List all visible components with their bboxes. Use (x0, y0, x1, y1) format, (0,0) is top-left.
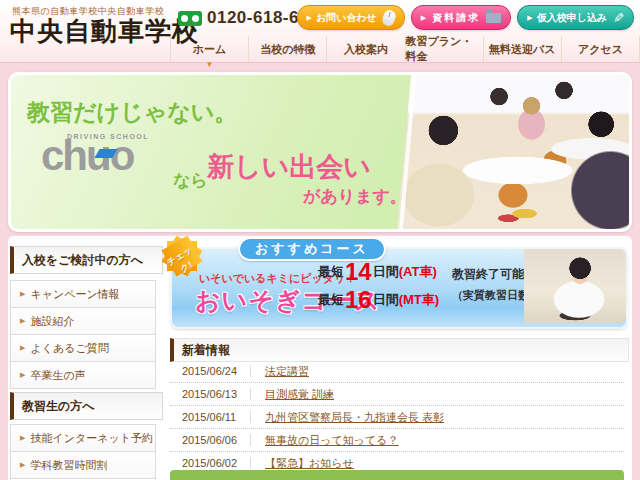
header-cta-row: ▶ お問い合わせ ▶ 資料請求 ▶ 仮入校申し込み ✎ (297, 5, 634, 30)
site-header: 熊本県の自動車学校中央自動車学校 中央自動車学校 0120-618-625 ▶ … (0, 0, 640, 63)
news-divider (250, 411, 251, 423)
news-divider (250, 434, 251, 446)
news-divider (250, 457, 251, 469)
course-student-photo (524, 249, 626, 323)
sidebar-item-faq[interactable]: ▶ よくあるご質問 (11, 335, 155, 362)
next-banner-top-edge (170, 470, 624, 480)
freedial-phone-icon (178, 11, 202, 26)
news-link[interactable]: 法定講習 (265, 364, 309, 379)
arrow-right-icon: ▶ (20, 308, 25, 334)
arrow-right-icon: ▶ (421, 14, 428, 22)
hero-catchcopy-top: 教習だけじゃない。 (27, 97, 237, 128)
arrow-right-icon: ▶ (20, 425, 25, 451)
nav-item-admission[interactable]: 入校案内 (326, 36, 404, 62)
content-panel: 入校をご検討中の方へ ▶ キャンペーン情報 ▶ 施設紹介 ▶ よくあるご質問 ▶… (8, 236, 632, 480)
recommended-course-banner[interactable]: おすすめコース チェック! いそいでいるキミにピッタリ！ おいそぎコース 最短 … (170, 247, 628, 329)
news-date: 2015/06/13 (170, 388, 236, 400)
hero-connector-text: なら (173, 169, 208, 192)
news-row: 2015/06/13 目測感覚 訓練 (170, 383, 624, 406)
sidebar-item-campaign[interactable]: ▶ キャンペーン情報 (11, 281, 155, 308)
news-link[interactable]: 無事故の日って知ってる？ (265, 433, 399, 448)
provisional-enrollment-button[interactable]: ▶ 仮入校申し込み ✎ (517, 5, 634, 30)
news-row: 2015/06/06 無事故の日って知ってる？ (170, 429, 624, 452)
check-badge-label: チェック! (160, 241, 206, 283)
check-badge: チェック! (160, 234, 204, 278)
news-date: 2015/06/11 (170, 411, 236, 423)
mouse-icon (381, 8, 397, 27)
contact-button[interactable]: ▶ お問い合わせ (297, 5, 405, 30)
sidebar-item-graduate-voices[interactable]: ▶ 卒業生の声 (11, 362, 155, 389)
brochure-request-button[interactable]: ▶ 資料請求 (411, 5, 511, 30)
brochure-button-label: 資料請求 (432, 11, 480, 25)
hero-classroom-photo (397, 75, 629, 229)
classroom-scene-image (397, 75, 629, 229)
recommended-course-ribbon: おすすめコース (238, 237, 386, 261)
arrow-right-icon: ▶ (527, 14, 532, 22)
sidebar-item-facilities[interactable]: ▶ 施設紹介 (11, 308, 155, 335)
sidebar: 入校をご検討中の方へ ▶ キャンペーン情報 ▶ 施設紹介 ▶ よくあるご質問 ▶… (10, 236, 156, 480)
duration-line-mt: 最短 16 日間 (MT車) (318, 286, 439, 314)
sidebar-item-internet-reservation[interactable]: ▶ 技能インターネット予約 (11, 425, 155, 452)
main-navigation: ホーム ▼ 当校の特徴 入校案内 教習プラン・料金 無料送迎バス アクセス (170, 36, 640, 62)
enrollment-button-label: 仮入校申し込み (537, 11, 607, 25)
sidebar-section-prospective-title: 入校をご検討中の方へ (10, 246, 163, 274)
sidebar-item-lecture-timetable[interactable]: ▶ 学科教習時間割 (11, 452, 155, 479)
course-duration-block: 最短 14 日間 (AT車) 最短 16 日間 (MT車) (318, 258, 439, 314)
nav-item-plans-fees[interactable]: 教習プラン・料金 (405, 36, 483, 62)
news-link[interactable]: 目測感覚 訓練 (265, 387, 334, 402)
news-date: 2015/06/06 (170, 434, 236, 446)
nav-item-features[interactable]: 当校の特徴 (248, 36, 326, 62)
sidebar-section-students-title: 教習生の方へ (10, 392, 163, 420)
nav-item-home[interactable]: ホーム ▼ (170, 36, 248, 62)
contact-button-label: お問い合わせ (316, 11, 377, 25)
sidebar-students-list: ▶ 技能インターネット予約 ▶ 学科教習時間割 ▶ 学科問題集 (10, 424, 156, 480)
chuo-logo: DRIVING SCHOOL chuo (41, 133, 171, 185)
sidebar-prospective-list: ▶ キャンペーン情報 ▶ 施設紹介 ▶ よくあるご質問 ▶ 卒業生の声 (10, 280, 156, 389)
news-row: 2015/06/24 法定講習 (170, 360, 624, 383)
arrow-right-icon: ▶ (20, 452, 25, 478)
arrow-right-icon: ▶ (20, 281, 25, 307)
news-link[interactable]: 【緊急】お知らせ (265, 456, 354, 471)
arrow-right-icon: ▶ (20, 362, 25, 388)
nav-item-access[interactable]: アクセス (561, 36, 640, 62)
current-page-caret-icon: ▼ (206, 60, 214, 69)
news-divider (250, 365, 251, 377)
hero-banner: 教習だけじゃない。 DRIVING SCHOOL chuo なら 新しい出会い … (8, 72, 632, 232)
news-row: 2015/06/11 九州管区警察局長・九指連会長 表彰 (170, 406, 624, 429)
arrow-right-icon: ▶ (20, 335, 25, 361)
news-date: 2015/06/02 (170, 457, 236, 469)
news-link[interactable]: 九州管区警察局長・九指連会長 表彰 (265, 410, 444, 425)
news-divider (250, 388, 251, 400)
folder-icon (486, 13, 501, 23)
logo-wordmark: chuo (41, 135, 133, 177)
news-list: 2015/06/24 法定講習 2015/06/13 目測感覚 訓練 2015/… (170, 360, 624, 475)
news-section-title: 新着情報 (170, 338, 629, 362)
pencil-icon: ✎ (612, 12, 625, 23)
hero-catchcopy-bottom: があります。 (303, 185, 407, 208)
hero-highlight-text: 新しい出会い (207, 149, 371, 185)
nav-item-free-bus[interactable]: 無料送迎バス (483, 36, 561, 62)
news-date: 2015/06/24 (170, 365, 236, 377)
duration-line-at: 最短 14 日間 (AT車) (318, 258, 439, 286)
main-column: おすすめコース チェック! いそいでいるキミにピッタリ！ おいそぎコース 最短 … (170, 236, 628, 480)
arrow-right-icon: ▶ (307, 14, 312, 22)
